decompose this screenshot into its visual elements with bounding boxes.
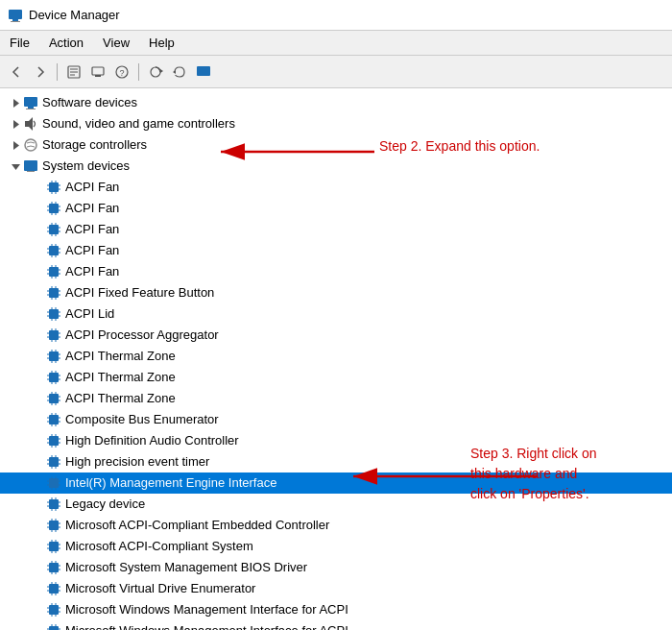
refresh-button[interactable]: [169, 61, 190, 83]
storage-icon: [23, 137, 38, 153]
device-manager-icon-btn[interactable]: [193, 61, 214, 83]
back-button[interactable]: [6, 61, 27, 83]
tree-item-storage-controllers[interactable]: Storage controllers: [0, 134, 672, 156]
tree-item-ms-system-bios[interactable]: Microsoft System Management BIOS Driver: [0, 557, 672, 578]
expand-icon-acpi-fan-2[interactable]: [31, 201, 46, 216]
tree-item-acpi-lid[interactable]: ACPI Lid: [0, 303, 672, 325]
svg-rect-197: [49, 584, 59, 594]
forward-button[interactable]: [30, 61, 51, 83]
tree-item-ms-wmi-acpi-2[interactable]: Microsoft Windows Management Interface f…: [0, 620, 672, 630]
expand-icon-acpi-thermal-2[interactable]: [31, 370, 46, 385]
device-manager-icon: [8, 8, 23, 23]
expand-icon-acpi-fan-4[interactable]: [31, 243, 46, 258]
chip-icon: [46, 327, 61, 343]
tree-item-acpi-thermal-1[interactable]: ACPI Thermal Zone: [0, 346, 672, 367]
tree-item-acpi-fan-1[interactable]: ACPI Fan: [0, 177, 672, 198]
chip-icon: [46, 370, 61, 385]
tree-item-acpi-fan-5[interactable]: ACPI Fan: [0, 261, 672, 282]
svg-rect-7: [92, 67, 104, 75]
item-label-high-def-audio: High Definition Audio Controller: [65, 431, 239, 450]
chip-icon: [46, 560, 61, 575]
svg-rect-125: [49, 415, 59, 424]
expand-icon-acpi-fan-3[interactable]: [31, 222, 46, 237]
expand-icon-acpi-fan-1[interactable]: [31, 180, 46, 195]
item-label-software-devices: Software devices: [42, 93, 137, 112]
tree-item-high-def-audio[interactable]: High Definition Audio Controller: [0, 430, 672, 451]
expand-icon-system-devices[interactable]: [8, 158, 23, 174]
expand-icon-storage-controllers[interactable]: [8, 137, 23, 153]
tree-item-ms-acpi-system[interactable]: Microsoft ACPI-Compliant System: [0, 536, 672, 557]
tree-item-intel-mei[interactable]: Intel(R) Management Engine Interface: [0, 472, 672, 494]
menu-action[interactable]: Action: [39, 34, 93, 52]
tree-item-acpi-fan-4[interactable]: ACPI Fan: [0, 240, 672, 261]
chip-icon: [46, 201, 61, 216]
svg-rect-8: [95, 75, 101, 77]
expand-icon-composite-bus[interactable]: [31, 412, 46, 427]
expand-icon-ms-vdrive[interactable]: [31, 581, 46, 596]
expand-icon-ms-acpi-system[interactable]: [31, 539, 46, 554]
tree-item-ms-wmi-acpi[interactable]: Microsoft Windows Management Interface f…: [0, 599, 672, 620]
expand-icon-high-def-audio[interactable]: [31, 433, 46, 448]
tree-item-acpi-fixed[interactable]: ACPI Fixed Feature Button: [0, 282, 672, 303]
expand-icon-acpi-fan-5[interactable]: [31, 264, 46, 279]
svg-rect-206: [49, 605, 59, 615]
menu-file[interactable]: File: [0, 34, 39, 52]
svg-point-22: [25, 139, 36, 151]
expand-icon-ms-acpi-embedded[interactable]: [31, 518, 46, 533]
tree-item-acpi-thermal-2[interactable]: ACPI Thermal Zone: [0, 367, 672, 388]
expand-icon-acpi-processor[interactable]: [31, 327, 46, 343]
expand-icon-acpi-fixed[interactable]: [31, 285, 46, 301]
tree-item-acpi-thermal-3[interactable]: ACPI Thermal Zone: [0, 388, 672, 409]
expand-icon-legacy-device[interactable]: [31, 497, 46, 512]
tree-item-legacy-device[interactable]: Legacy device: [0, 494, 672, 515]
svg-rect-89: [49, 330, 59, 340]
svg-rect-161: [49, 499, 59, 509]
menu-bar: File Action View Help: [0, 31, 672, 56]
item-label-acpi-fan-2: ACPI Fan: [65, 199, 119, 218]
item-label-sound-video: Sound, video and game controllers: [42, 114, 235, 133]
scan-changes-button[interactable]: [145, 61, 166, 83]
expand-icon-ms-system-bios[interactable]: [31, 560, 46, 575]
tree-item-acpi-processor[interactable]: ACPI Processor Aggregator: [0, 325, 672, 346]
title-bar-text: Device Manager: [29, 8, 120, 22]
tree-item-acpi-fan-3[interactable]: ACPI Fan: [0, 219, 672, 240]
menu-help[interactable]: Help: [139, 34, 184, 52]
svg-rect-17: [28, 107, 34, 109]
tree-item-acpi-fan-2[interactable]: ACPI Fan: [0, 198, 672, 219]
expand-icon-acpi-thermal-1[interactable]: [31, 349, 46, 364]
help-button[interactable]: ?: [111, 61, 132, 83]
update-driver-button[interactable]: [87, 61, 108, 83]
tree-item-sound-video[interactable]: Sound, video and game controllers: [0, 113, 672, 134]
tree-item-ms-acpi-embedded[interactable]: Microsoft ACPI-Compliant Embedded Contro…: [0, 515, 672, 536]
item-label-storage-controllers: Storage controllers: [42, 135, 147, 155]
expand-icon-acpi-thermal-3[interactable]: [31, 391, 46, 406]
expand-icon-intel-mei[interactable]: [31, 475, 46, 491]
toolbar-separator-2: [138, 63, 139, 81]
item-label-acpi-thermal-2: ACPI Thermal Zone: [65, 368, 176, 387]
expand-icon-high-precision[interactable]: [31, 454, 46, 470]
expand-icon-ms-wmi-acpi[interactable]: [31, 602, 46, 618]
svg-rect-0: [9, 10, 22, 19]
chip-icon: [46, 454, 61, 470]
item-label-legacy-device: Legacy device: [65, 495, 145, 514]
expand-icon-ms-wmi-acpi-2[interactable]: [31, 623, 46, 630]
tree-item-software-devices[interactable]: Software devices: [0, 92, 672, 113]
svg-marker-15: [13, 99, 19, 108]
expand-icon-acpi-lid[interactable]: [31, 306, 46, 322]
expand-icon-sound-video[interactable]: [8, 116, 23, 132]
svg-rect-215: [49, 626, 59, 630]
toolbar-separator-1: [57, 63, 58, 81]
tree-item-high-precision[interactable]: High precision event timer: [0, 451, 672, 472]
properties-button[interactable]: [63, 61, 84, 83]
tree-item-system-devices[interactable]: System devices: [0, 156, 672, 177]
expand-icon-software-devices[interactable]: [8, 95, 23, 110]
svg-rect-26: [49, 182, 59, 192]
svg-rect-18: [26, 109, 36, 109]
item-label-ms-vdrive: Microsoft Virtual Drive Enumerator: [65, 579, 255, 598]
menu-view[interactable]: View: [93, 34, 139, 52]
monitor-icon: [23, 95, 38, 110]
tree-item-composite-bus[interactable]: Composite Bus Enumerator: [0, 409, 672, 430]
tree-item-ms-vdrive[interactable]: Microsoft Virtual Drive Enumerator: [0, 578, 672, 599]
svg-rect-16: [24, 97, 37, 107]
svg-rect-170: [49, 521, 59, 530]
